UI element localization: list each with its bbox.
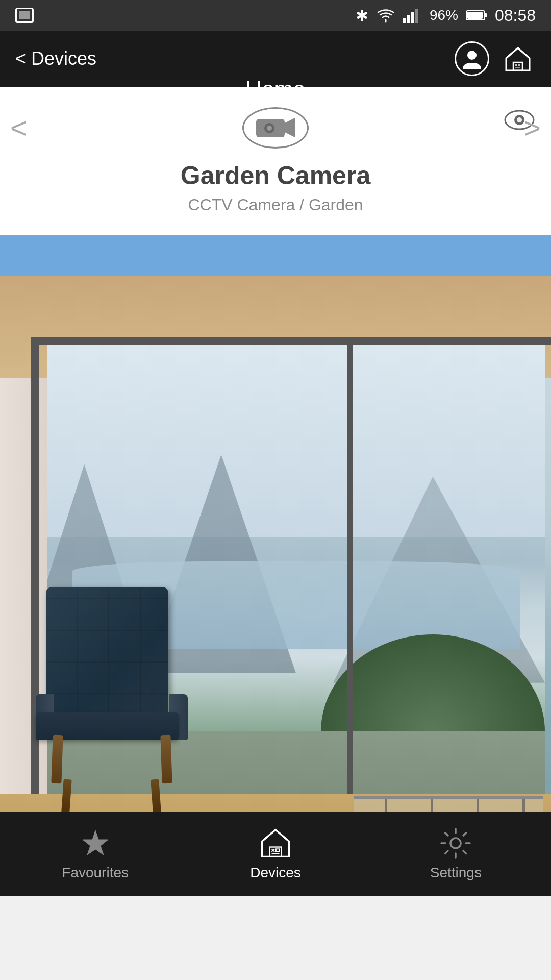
device-subtitle: CCTV Camera / Garden [188,195,363,214]
svg-rect-10 [518,64,520,66]
back-button[interactable]: < Devices [15,48,96,69]
house-icon [502,42,534,75]
room-scene [0,276,551,896]
svg-rect-6 [467,12,483,19]
svg-point-16 [517,117,522,122]
nav-right [454,41,536,77]
svg-point-27 [450,838,461,848]
battery-text: 96% [430,7,458,23]
svg-point-7 [467,51,477,60]
favourites-label: Favourites [62,865,129,881]
settings-label: Settings [430,865,482,881]
svg-marker-18 [285,118,295,137]
signal-icon [403,8,421,23]
nav-settings[interactable]: Settings [366,827,546,881]
device-section: < Garden Camera CCTV Camera / Garden > [0,87,551,235]
status-time: 08:58 [495,6,536,25]
svg-rect-25 [276,849,280,852]
window-frame-top [31,337,551,345]
svg-marker-21 [83,830,108,855]
svg-rect-1 [407,15,410,23]
status-bar: ✱ 96% 08:58 [0,0,551,31]
status-left [15,0,34,31]
status-icons: ✱ 96% 08:58 [356,6,536,25]
battery-icon [466,10,487,21]
chair [31,615,194,819]
svg-rect-0 [403,18,406,23]
window-divider [347,337,353,835]
blue-banner [0,235,551,276]
device-name: Garden Camera [181,161,370,190]
nav-devices[interactable]: Devices [185,827,365,881]
svg-rect-3 [415,9,418,23]
screenshot-icon [15,8,34,23]
star-icon [79,827,112,860]
devices-icon [259,827,292,860]
wifi-icon [377,8,395,23]
gear-icon [439,827,472,860]
svg-rect-5 [485,13,487,17]
camera-feed[interactable] [0,276,551,896]
bluetooth-icon: ✱ [356,7,368,24]
svg-rect-8 [513,62,522,70]
nav-favourites[interactable]: Favourites [5,827,185,881]
svg-rect-2 [411,12,414,23]
svg-point-20 [267,126,272,131]
home-button[interactable] [500,41,536,77]
back-label: < Devices [15,48,96,69]
nav-bar: < Devices Home [0,31,551,87]
devices-label: Devices [250,865,301,881]
bottom-nav: Favourites [0,812,551,896]
next-device-button[interactable]: > [524,111,541,144]
profile-icon [455,41,489,76]
prev-device-button[interactable]: < [10,111,27,144]
profile-button[interactable] [454,41,490,77]
main-content: < Devices Home [0,31,551,896]
camera-circle-icon [242,107,309,149]
